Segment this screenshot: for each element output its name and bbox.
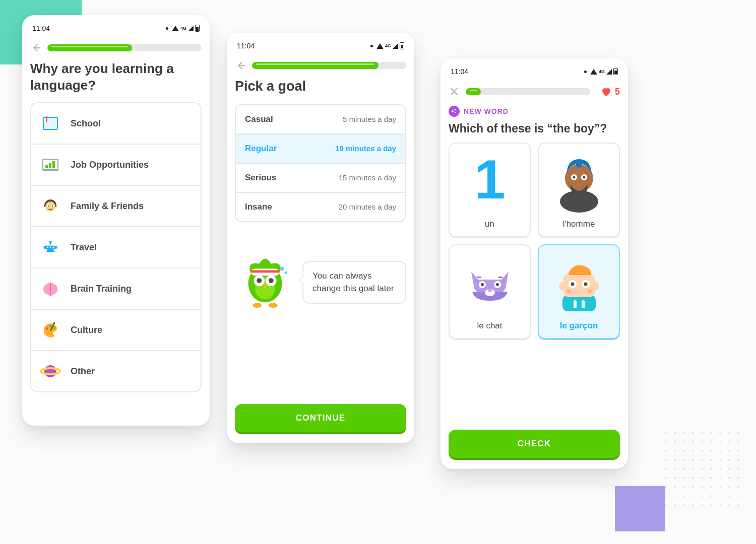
reason-option[interactable]: Brain Training <box>31 268 201 310</box>
svg-point-62 <box>571 283 574 286</box>
status-dot-icon <box>370 45 373 47</box>
status-bar: 11:04 4G <box>449 65 620 82</box>
svg-rect-6 <box>45 165 48 168</box>
svg-rect-2 <box>50 118 57 129</box>
decorative-purple-shape <box>615 486 665 531</box>
svg-point-66 <box>566 289 571 293</box>
back-arrow-icon[interactable] <box>30 42 41 53</box>
check-button[interactable]: CHECK <box>449 430 620 458</box>
man-icon <box>549 150 609 215</box>
progress-fill <box>252 62 379 69</box>
reason-option[interactable]: Travel <box>31 227 201 268</box>
battery-icon <box>195 25 200 32</box>
svg-point-21 <box>53 327 56 329</box>
boy-icon <box>549 251 609 317</box>
reason-option[interactable]: Culture <box>31 310 201 351</box>
wifi-icon <box>376 43 384 49</box>
svg-point-65 <box>592 282 599 291</box>
svg-point-18 <box>53 247 54 248</box>
hearts-count: 5 <box>615 87 620 97</box>
duo-owl-icon <box>235 252 295 313</box>
svg-rect-54 <box>477 277 481 278</box>
hearts-counter[interactable]: 5 <box>600 86 620 98</box>
svg-point-12 <box>48 206 49 207</box>
pill-label: NEW WORD <box>464 107 509 115</box>
family-icon <box>39 195 61 217</box>
goal-option[interactable]: Insane20 minutes a day <box>236 193 405 221</box>
screen-title: Pick a goal <box>235 78 406 95</box>
option-label: School <box>71 118 101 129</box>
top-row <box>235 60 406 71</box>
svg-point-47 <box>583 176 585 179</box>
decorative-dots <box>661 428 747 514</box>
goal-desc: 20 minutes a day <box>339 202 396 211</box>
reason-option[interactable]: Family & Friends <box>31 186 201 227</box>
card-label: le garçon <box>560 321 598 331</box>
goal-option[interactable]: Casual5 minutes a day <box>236 105 405 134</box>
close-icon[interactable] <box>449 86 460 97</box>
number-one-icon: 1 <box>460 150 520 215</box>
option-label: Other <box>71 366 95 377</box>
continue-button[interactable]: CONTINUE <box>235 404 406 432</box>
svg-point-53 <box>488 289 492 292</box>
back-arrow-icon[interactable] <box>235 60 246 71</box>
wifi-icon <box>590 69 597 75</box>
svg-point-46 <box>573 176 575 179</box>
svg-point-19 <box>46 327 48 330</box>
top-row: 5 <box>449 86 620 98</box>
signal-icon <box>188 26 194 31</box>
brain-icon <box>39 278 61 300</box>
status-bar: 11:04 4G <box>30 22 202 38</box>
svg-rect-7 <box>49 163 51 168</box>
status-bar: 11:04 4G <box>235 40 406 56</box>
sparkle-icon <box>449 106 460 117</box>
svg-point-43 <box>576 162 582 168</box>
progress-bar <box>252 62 406 69</box>
planet-icon <box>39 360 61 382</box>
status-icons: 4G <box>370 42 404 49</box>
answer-card[interactable]: le chat <box>449 244 531 339</box>
exercise-prompt: Which of these is “the boy”? <box>449 122 620 135</box>
svg-rect-57 <box>574 300 577 308</box>
network-label: 4G <box>180 26 186 31</box>
plane-icon <box>39 236 61 258</box>
heart-icon <box>600 86 612 98</box>
screen-title: Why are you learning a language? <box>30 60 202 93</box>
svg-rect-56 <box>562 295 596 311</box>
answer-card[interactable]: le garçon <box>538 244 620 339</box>
svg-point-64 <box>559 282 566 291</box>
reason-option[interactable]: Job Opportunities <box>31 145 201 186</box>
status-icons: 4G <box>584 68 618 75</box>
card-label: l'homme <box>563 219 595 229</box>
answer-card[interactable]: 1un <box>449 143 531 237</box>
battery-icon <box>400 42 404 49</box>
screen-goal: 11:04 4G Pick a goal Casual5 minutes a d… <box>227 33 414 443</box>
svg-rect-8 <box>52 161 55 168</box>
goal-name: Casual <box>245 114 273 124</box>
option-label: Culture <box>71 325 102 335</box>
progress-fill <box>466 88 481 95</box>
battery-icon <box>613 68 618 75</box>
status-time: 11:04 <box>237 42 255 50</box>
status-time: 11:04 <box>451 67 468 76</box>
progress-bar <box>47 44 202 51</box>
new-word-pill: NEW WORD <box>449 106 509 117</box>
progress-bar <box>466 88 590 95</box>
option-label: Job Opportunities <box>71 160 149 170</box>
status-time: 11:04 <box>32 24 50 32</box>
reason-option[interactable]: Other <box>31 351 201 391</box>
answer-card[interactable]: l'homme <box>538 143 620 237</box>
svg-point-31 <box>257 278 262 283</box>
status-dot-icon <box>584 71 587 73</box>
top-row <box>30 42 202 53</box>
option-label: Travel <box>71 242 97 253</box>
svg-point-33 <box>253 303 262 308</box>
goal-option[interactable]: Serious15 minutes a day <box>236 164 405 193</box>
card-label: le chat <box>477 321 502 331</box>
reason-option[interactable]: School <box>31 103 201 145</box>
tip-bubble: You can always change this goal later <box>302 261 406 304</box>
goal-name: Regular <box>245 144 277 154</box>
screen-reason: 11:04 4G Why are you learning a language… <box>22 15 210 426</box>
svg-point-36 <box>284 271 287 274</box>
goal-option[interactable]: Regular10 minutes a day <box>236 134 405 164</box>
